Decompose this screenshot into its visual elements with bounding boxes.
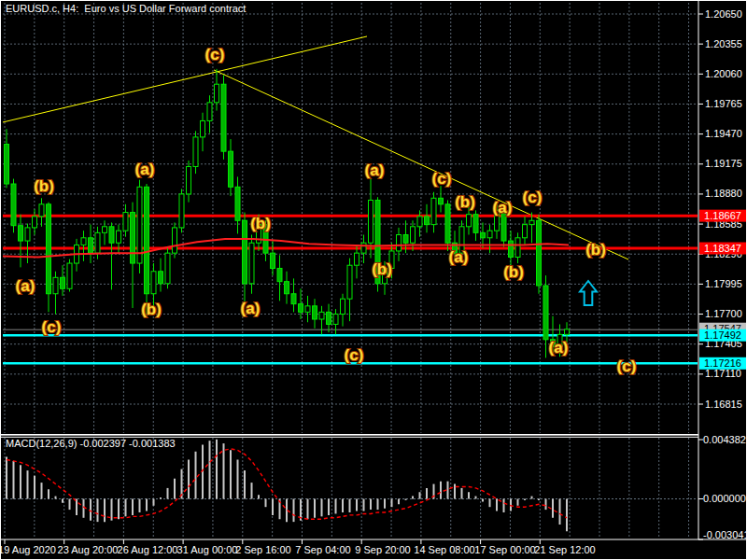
wave-label-b[interactable]: (b) xyxy=(250,215,271,232)
candle-bull xyxy=(215,84,219,103)
time-tick-label: 21 Sep 12:00 xyxy=(534,544,595,555)
candle-bear xyxy=(235,187,240,220)
time-tick-label: 19 Aug 2020 xyxy=(1,544,56,555)
candle-bull xyxy=(103,227,107,233)
candle-bear xyxy=(481,232,486,237)
price-tick-label: 1.17110 xyxy=(705,368,741,379)
wave-label-a[interactable]: (a) xyxy=(549,339,569,357)
candle-bear xyxy=(159,272,163,284)
wave-label-b[interactable]: (b) xyxy=(372,260,392,278)
wave-label-c[interactable]: (c) xyxy=(205,46,225,63)
candle-bull xyxy=(369,200,374,243)
time-tick-label: 7 Sep 04:00 xyxy=(295,544,350,555)
wave-label-b[interactable]: (b) xyxy=(141,301,162,318)
wave-label-c[interactable]: (c) xyxy=(523,189,543,206)
wave-label-b[interactable]: (b) xyxy=(585,241,606,259)
candle-bear xyxy=(313,306,317,319)
macd-tick-label: 0.004382 xyxy=(703,434,746,445)
candle-bear xyxy=(543,286,548,340)
candle-bull xyxy=(25,228,30,241)
wave-label-a[interactable]: (a) xyxy=(365,161,385,179)
price-tick-label: 1.17700 xyxy=(705,308,742,319)
macd-tick-label: 0.000000 xyxy=(703,493,746,504)
price-tick-label: 1.17995 xyxy=(705,278,742,289)
candle-bull xyxy=(53,277,58,293)
candle-bull xyxy=(305,306,310,313)
candle-bull xyxy=(137,187,142,263)
time-tick-label: 31 Aug 00:00 xyxy=(177,544,238,555)
candle-bull xyxy=(67,263,72,288)
time-tick-label: 9 Sep 20:00 xyxy=(355,544,410,555)
price-tick-label: 1.18880 xyxy=(705,188,742,199)
price-tick-label: 1.20355 xyxy=(705,38,742,49)
candle-bear xyxy=(403,235,408,244)
time-axis: 19 Aug 202023 Aug 20:0026 Aug 12:0031 Au… xyxy=(1,539,596,555)
time-tick-label: 17 Sep 00:00 xyxy=(474,544,535,555)
candle-bull xyxy=(487,231,492,238)
price-tick-label: 1.19765 xyxy=(705,98,742,109)
candle-bear xyxy=(229,151,233,187)
candle-bull xyxy=(411,227,416,243)
candle-bear xyxy=(243,220,247,284)
candle-bear xyxy=(327,312,331,324)
candle-bear xyxy=(145,187,149,293)
candle-bear xyxy=(299,304,303,313)
candle-bull xyxy=(187,166,191,193)
wave-label-c[interactable]: (c) xyxy=(345,346,364,364)
price-tick-label: 1.19470 xyxy=(705,128,742,139)
time-tick-label: 23 Aug 20:00 xyxy=(58,544,119,555)
wave-label-b[interactable]: (b) xyxy=(34,177,54,195)
wave-label-b[interactable]: (b) xyxy=(503,263,524,281)
time-tick-label: 26 Aug 12:00 xyxy=(118,544,178,555)
candle-bull xyxy=(39,204,44,217)
candle-bull xyxy=(529,220,534,224)
candle-bear xyxy=(47,204,51,294)
candle-bear xyxy=(291,294,296,304)
wave-label-a[interactable]: (a) xyxy=(493,199,513,217)
support-line-lower-label: 1.17216 xyxy=(704,357,741,369)
time-tick-label: 2 Sep 16:00 xyxy=(235,544,290,555)
macd-indicator-label: MACD(12,26,9) -0.002397 -0.001383 xyxy=(6,438,176,449)
candle-bull xyxy=(565,329,570,334)
candle-bear xyxy=(61,277,65,288)
candle-bull xyxy=(361,243,366,253)
candle-bear xyxy=(509,241,514,257)
chart-title: EURUSD.c, H4: Euro vs US Dollar Forward … xyxy=(6,3,246,14)
candle-bear xyxy=(19,226,23,241)
resistance-line-lower-label: 1.18347 xyxy=(704,243,741,254)
wave-label-a[interactable]: (a) xyxy=(135,161,155,178)
wave-label-a[interactable]: (a) xyxy=(449,248,469,266)
candle-bear xyxy=(11,184,16,226)
candle-bear xyxy=(109,227,114,243)
candle-bear xyxy=(89,238,93,253)
thumbs-up-arrow[interactable] xyxy=(580,281,597,305)
candle-bull xyxy=(151,272,156,294)
wave-label-c[interactable]: (c) xyxy=(432,170,452,188)
candle-bull xyxy=(417,217,422,227)
candle-bull xyxy=(179,194,184,228)
candle-bull xyxy=(193,137,198,167)
macd-pane[interactable] xyxy=(7,440,567,532)
wave-label-c[interactable]: (c) xyxy=(617,357,637,375)
wave-label-b[interactable]: (b) xyxy=(455,193,475,211)
chart-canvas[interactable]: 1.206501.203551.200601.197651.194701.191… xyxy=(1,1,747,560)
wave-label-a[interactable]: (a) xyxy=(241,300,261,317)
candle-bull xyxy=(117,231,121,243)
trendline-ascending[interactable] xyxy=(3,36,367,122)
candle-bear xyxy=(221,84,226,151)
macd-tick-label: -0.003041 xyxy=(703,529,747,540)
candle-bear xyxy=(473,215,478,233)
candle-bull xyxy=(341,299,345,314)
wave-label-a[interactable]: (a) xyxy=(16,277,35,295)
candle-bear xyxy=(445,204,450,243)
candle-bull xyxy=(33,217,37,228)
pane-separator[interactable] xyxy=(1,434,698,436)
time-tick-label: 14 Sep 08:00 xyxy=(414,544,474,555)
price-tick-label: 1.20650 xyxy=(705,8,742,20)
wave-label-c[interactable]: (c) xyxy=(42,318,62,336)
candle-bear xyxy=(271,253,275,268)
candle-bull xyxy=(523,225,528,238)
candle-bear xyxy=(5,145,9,185)
candle-bear xyxy=(285,282,289,294)
candle-bull xyxy=(207,103,212,121)
